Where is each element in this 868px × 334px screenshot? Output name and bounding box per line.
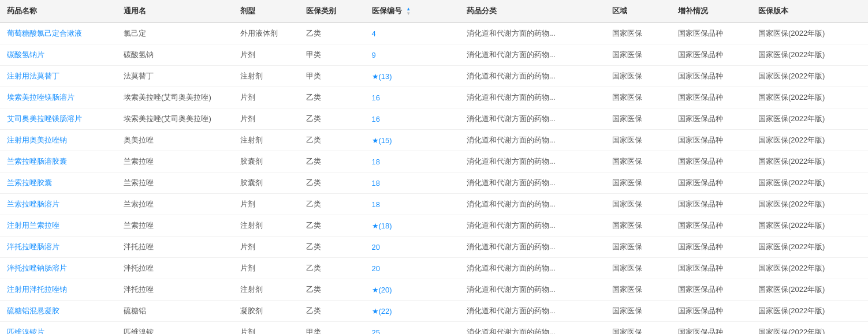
cell-drug-name[interactable]: 泮托拉唑钠肠溶片 (0, 258, 117, 279)
cell-insurance-type: 乙类 (299, 279, 365, 301)
cell-supplement: 国家医保品种 (671, 22, 751, 44)
cell-insurance-type: 甲类 (299, 44, 365, 66)
cell-version: 国家医保(2022年版) (751, 279, 868, 301)
cell-region: 国家医保 (605, 215, 671, 237)
table-row: 注射用法莫替丁法莫替丁注射剂甲类★(13)消化道和代谢方面的药物...国家医保国… (0, 66, 868, 87)
cell-supplement: 国家医保品种 (671, 44, 751, 66)
sort-icon-insurance-no: ▲ ▼ (406, 7, 411, 16)
cell-form: 注射剂 (233, 279, 299, 301)
cell-drug-name[interactable]: 注射用法莫替丁 (0, 66, 117, 87)
cell-drug-class: 消化道和代谢方面的药物... (460, 301, 606, 322)
cell-insurance-type: 乙类 (299, 130, 365, 151)
cell-region: 国家医保 (605, 172, 671, 194)
cell-region: 国家医保 (605, 151, 671, 172)
table-row: 泮托拉唑肠溶片泮托拉唑片剂乙类20消化道和代谢方面的药物...国家医保国家医保品… (0, 237, 868, 258)
cell-version: 国家医保(2022年版) (751, 237, 868, 258)
cell-version: 国家医保(2022年版) (751, 322, 868, 335)
cell-drug-class: 消化道和代谢方面的药物... (460, 87, 606, 108)
cell-version: 国家医保(2022年版) (751, 151, 868, 172)
cell-insurance-type: 乙类 (299, 87, 365, 108)
cell-insurance-no: ★(22) (365, 301, 460, 322)
header-row: 药品名称 通用名 剂型 医保类别 医保编号 ▲ ▼ 药品分类 区域 增补情况 医… (0, 0, 868, 22)
cell-drug-name[interactable]: 注射用奥美拉唑钠 (0, 130, 117, 151)
cell-drug-name[interactable]: 匹维溴铵片 (0, 322, 117, 335)
cell-version: 国家医保(2022年版) (751, 44, 868, 66)
cell-form: 片剂 (233, 237, 299, 258)
cell-drug-name[interactable]: 泮托拉唑肠溶片 (0, 237, 117, 258)
cell-insurance-type: 甲类 (299, 322, 365, 335)
table-row: 注射用奥美拉唑钠奥美拉唑注射剂乙类★(15)消化道和代谢方面的药物...国家医保… (0, 130, 868, 151)
cell-generic-name: 埃索美拉唑(艾司奥美拉唑) (117, 87, 233, 108)
cell-insurance-type: 乙类 (299, 194, 365, 215)
header-insurance-type: 医保类别 (299, 0, 365, 22)
cell-region: 国家医保 (605, 44, 671, 66)
cell-drug-name[interactable]: 兰索拉唑肠溶片 (0, 194, 117, 215)
main-table-container: 药品名称 通用名 剂型 医保类别 医保编号 ▲ ▼ 药品分类 区域 增补情况 医… (0, 0, 868, 334)
cell-drug-name[interactable]: 硫糖铝混悬凝胶 (0, 301, 117, 322)
cell-version: 国家医保(2022年版) (751, 130, 868, 151)
cell-insurance-no: 16 (365, 87, 460, 108)
table-row: 泮托拉唑钠肠溶片泮托拉唑片剂乙类20消化道和代谢方面的药物...国家医保国家医保… (0, 258, 868, 279)
cell-drug-name[interactable]: 兰索拉唑肠溶胶囊 (0, 151, 117, 172)
cell-supplement: 国家医保品种 (671, 151, 751, 172)
cell-supplement: 国家医保品种 (671, 194, 751, 215)
cell-generic-name: 泮托拉唑 (117, 258, 233, 279)
cell-supplement: 国家医保品种 (671, 172, 751, 194)
header-form: 剂型 (233, 0, 299, 22)
cell-region: 国家医保 (605, 258, 671, 279)
cell-insurance-type: 乙类 (299, 215, 365, 237)
cell-drug-name[interactable]: 埃索美拉唑镁肠溶片 (0, 87, 117, 108)
cell-drug-name[interactable]: 艾司奥美拉唑镁肠溶片 (0, 108, 117, 130)
header-name: 药品名称 (0, 0, 117, 22)
cell-insurance-type: 乙类 (299, 301, 365, 322)
cell-generic-name: 泮托拉唑 (117, 279, 233, 301)
table-row: 兰索拉唑肠溶胶囊兰索拉唑胶囊剂乙类18消化道和代谢方面的药物...国家医保国家医… (0, 151, 868, 172)
table-row: 艾司奥美拉唑镁肠溶片埃索美拉唑(艾司奥美拉唑)片剂乙类16消化道和代谢方面的药物… (0, 108, 868, 130)
cell-generic-name: 兰索拉唑 (117, 151, 233, 172)
cell-insurance-no: 18 (365, 194, 460, 215)
cell-form: 胶囊剂 (233, 151, 299, 172)
cell-version: 国家医保(2022年版) (751, 215, 868, 237)
cell-generic-name: 奥美拉唑 (117, 130, 233, 151)
cell-region: 国家医保 (605, 22, 671, 44)
cell-region: 国家医保 (605, 130, 671, 151)
cell-insurance-type: 乙类 (299, 258, 365, 279)
cell-insurance-type: 乙类 (299, 22, 365, 44)
cell-form: 片剂 (233, 258, 299, 279)
cell-drug-name[interactable]: 葡萄糖酸氯己定合漱液 (0, 22, 117, 44)
header-insurance-no[interactable]: 医保编号 ▲ ▼ (365, 0, 460, 22)
table-body: 葡萄糖酸氯己定合漱液氯己定外用液体剂乙类4消化道和代谢方面的药物...国家医保国… (0, 22, 868, 334)
cell-version: 国家医保(2022年版) (751, 258, 868, 279)
table-row: 硫糖铝混悬凝胶硫糖铝凝胶剂乙类★(22)消化道和代谢方面的药物...国家医保国家… (0, 301, 868, 322)
drug-table: 药品名称 通用名 剂型 医保类别 医保编号 ▲ ▼ 药品分类 区域 增补情况 医… (0, 0, 868, 334)
cell-insurance-no: 18 (365, 172, 460, 194)
cell-insurance-type: 乙类 (299, 108, 365, 130)
table-row: 注射用兰索拉唑兰索拉唑注射剂乙类★(18)消化道和代谢方面的药物...国家医保国… (0, 215, 868, 237)
cell-drug-class: 消化道和代谢方面的药物... (460, 130, 606, 151)
header-supplement: 增补情况 (671, 0, 751, 22)
cell-drug-class: 消化道和代谢方面的药物... (460, 44, 606, 66)
header-version: 医保版本 (751, 0, 868, 22)
cell-form: 片剂 (233, 87, 299, 108)
table-row: 注射用泮托拉唑钠泮托拉唑注射剂乙类★(20)消化道和代谢方面的药物...国家医保… (0, 279, 868, 301)
cell-version: 国家医保(2022年版) (751, 87, 868, 108)
cell-drug-class: 消化道和代谢方面的药物... (460, 22, 606, 44)
cell-supplement: 国家医保品种 (671, 237, 751, 258)
cell-version: 国家医保(2022年版) (751, 66, 868, 87)
cell-drug-name[interactable]: 注射用兰索拉唑 (0, 215, 117, 237)
cell-generic-name: 兰索拉唑 (117, 194, 233, 215)
cell-drug-name[interactable]: 碳酸氢钠片 (0, 44, 117, 66)
cell-form: 胶囊剂 (233, 172, 299, 194)
cell-form: 片剂 (233, 194, 299, 215)
cell-generic-name: 氯己定 (117, 22, 233, 44)
cell-form: 注射剂 (233, 66, 299, 87)
cell-insurance-no: ★(13) (365, 66, 460, 87)
cell-insurance-no: 25 (365, 322, 460, 335)
cell-insurance-no: 18 (365, 151, 460, 172)
cell-drug-name[interactable]: 注射用泮托拉唑钠 (0, 279, 117, 301)
cell-drug-name[interactable]: 兰索拉唑胶囊 (0, 172, 117, 194)
cell-insurance-type: 乙类 (299, 172, 365, 194)
cell-region: 国家医保 (605, 66, 671, 87)
cell-insurance-no: ★(20) (365, 279, 460, 301)
cell-version: 国家医保(2022年版) (751, 108, 868, 130)
